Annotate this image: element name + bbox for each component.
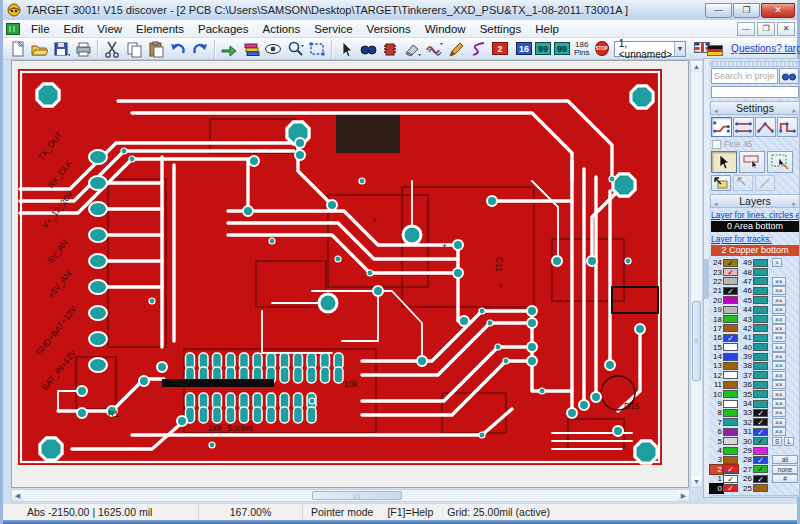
pcb-pad[interactable] [613,426,623,436]
layer-swatch-46[interactable] [753,287,768,295]
layer-swatch-3[interactable] [723,456,738,464]
pcb-pad[interactable] [307,367,316,383]
route-mode-button-1[interactable] [711,117,732,137]
pcb-pad[interactable] [89,332,107,346]
horizontal-scroll-thumb[interactable]: ||| [312,491,402,500]
pcb-via[interactable] [367,270,373,276]
layer-number-44[interactable]: 44 [740,305,753,314]
pcb-pad[interactable] [587,256,597,266]
redo-button[interactable] [189,39,211,59]
layer-xx-button-33[interactable]: ×× [772,408,786,417]
layer-number-13[interactable]: 13 [710,361,723,370]
layers-all-button[interactable]: all [772,455,798,464]
curve-button[interactable] [467,39,489,59]
layer-s-button[interactable]: S [772,437,782,446]
layer-xx-button-43[interactable]: ×× [772,315,786,324]
signal-select[interactable]: 1, <unnamed> ▼ [614,41,686,57]
layer-xx-button-42[interactable]: ×× [772,324,786,333]
layer-swatch-25[interactable] [753,484,768,492]
layer-swatch-35[interactable] [753,390,768,398]
layer-number-18[interactable]: 18 [710,315,723,324]
layer-expand-button[interactable]: > [772,258,782,267]
pcb-pad[interactable] [243,206,253,216]
pcb-board[interactable]: TX_OUTRX_CLKV+_12_20V-5V_AN+5V_ANGND+BAT… [12,61,688,487]
vertical-scroll-thumb[interactable]: ≡ [692,301,701,381]
layer-swatch-33[interactable]: ✓ [753,409,768,417]
pcb-pad[interactable] [579,400,589,410]
pcb-pad[interactable] [249,156,259,166]
pcb-pad[interactable] [635,324,645,334]
layer-number-0[interactable]: 0 [710,484,723,493]
layer-number-26[interactable]: 26 [740,474,753,483]
pcb-pad[interactable] [605,360,615,370]
layer-number-46[interactable]: 46 [740,286,753,295]
layer-number-4[interactable]: 4 [710,446,723,455]
pcb-mounting-pad[interactable] [613,174,635,196]
layer-number-2[interactable]: 2 [710,465,723,474]
layer-number-17[interactable]: 17 [710,324,723,333]
layer-swatch-31[interactable]: ✓ [753,428,768,436]
layer-number-30[interactable]: 30 [740,437,753,446]
layer-swatch-11[interactable] [723,381,738,389]
layer-number-42[interactable]: 42 [740,324,753,333]
pcb-canvas[interactable]: TX_OUTRX_CLKV+_12_20V-5V_AN+5V_ANGND+BAT… [11,60,689,488]
layer-xx-button-31[interactable]: ×× [772,427,786,436]
minimize-button[interactable]: — [705,3,732,18]
support-link[interactable]: Questions? target@ibfriedrich.com [731,43,800,54]
pcb-via[interactable] [625,258,631,264]
layer-swatch-39[interactable] [753,353,768,361]
layer-number-28[interactable]: 28 [740,455,753,464]
layer-number-8[interactable]: 8 [710,408,723,417]
scroll-right-icon[interactable]: ▶ [678,490,689,501]
pcb-pad[interactable] [334,367,343,383]
layer-swatch-41[interactable] [753,334,768,342]
layers-grid-button[interactable]: # [772,474,798,483]
layer-number-39[interactable]: 39 [740,352,753,361]
layer-swatch-48[interactable] [753,268,768,276]
pcb-pad[interactable] [89,358,107,372]
layer-swatch-42[interactable] [753,324,768,332]
pcb-pad[interactable] [295,138,305,148]
layer-number-43[interactable]: 43 [740,315,753,324]
horizontal-scrollbar[interactable]: ◀ ||| ▶ [11,489,690,502]
lasso-mode-button[interactable] [767,151,793,173]
menu-item-settings[interactable]: Settings [473,22,529,36]
route-mode-button-2[interactable] [733,117,754,137]
layer-swatch-8[interactable] [723,409,738,417]
layer-number-15[interactable]: 15 [710,343,723,352]
binoculars-button[interactable] [357,39,379,59]
layer-number-36[interactable]: 36 [740,380,753,389]
layer-swatch-7[interactable] [723,418,738,426]
pcb-pad[interactable] [307,407,316,423]
layer-swatch-26[interactable]: ✓ [753,475,768,483]
close-button[interactable]: ✕ [761,3,795,18]
pcb-pad[interactable] [373,286,383,296]
pcb-via[interactable] [359,178,365,184]
layer-swatch-10[interactable] [723,390,738,398]
layer-number-32[interactable]: 32 [740,418,753,427]
menu-item-help[interactable]: Help [528,22,566,36]
layer-number-23[interactable]: 23 [710,268,723,277]
layer-number-24[interactable]: 24 [710,258,723,267]
layers-button[interactable] [240,39,262,59]
pcb-via[interactable] [479,308,485,314]
layer-number-40[interactable]: 40 [740,343,753,352]
pcb-pad[interactable] [77,386,87,396]
search-button[interactable] [779,68,799,84]
pcb-mounting-pad[interactable] [37,84,59,106]
pcb-via[interactable] [129,156,135,162]
pcb-label[interactable]: + [372,215,377,225]
layer-number-11[interactable]: 11 [710,380,723,389]
pcb-pad[interactable] [294,367,303,383]
pcb-pad[interactable] [89,254,107,268]
scroll-left-icon[interactable]: ◀ [12,490,23,501]
menu-item-elements[interactable]: Elements [129,22,191,36]
menu-item-file[interactable]: File [24,22,57,36]
layer-swatch-34[interactable] [753,400,768,408]
layer-swatch-4[interactable] [723,447,738,455]
wave-button[interactable] [423,39,445,59]
layer-swatch-14[interactable] [723,353,738,361]
pcb-via[interactable] [335,256,341,262]
layer-swatch-0[interactable]: ✓ [723,484,738,492]
layer-number-6[interactable]: 6 [710,427,723,436]
